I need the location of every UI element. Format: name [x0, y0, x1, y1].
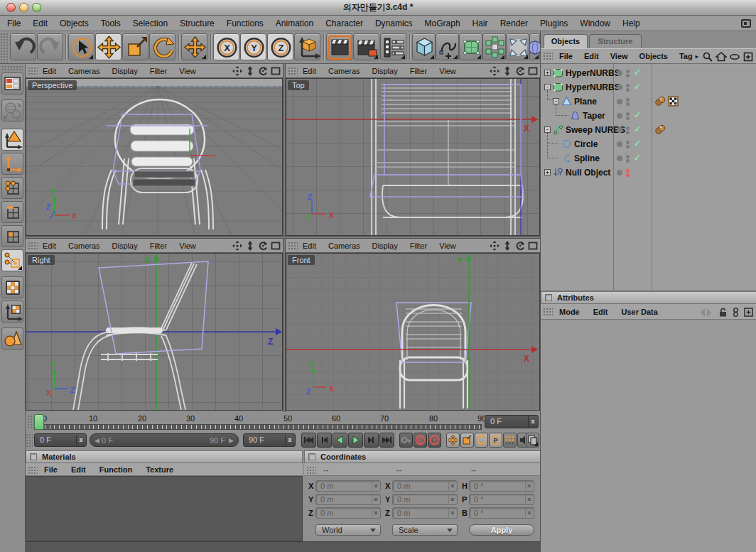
om-menu-edit[interactable]: Edit — [584, 52, 599, 60]
vp-menu-filter[interactable]: Filter — [410, 242, 427, 250]
om-menu-file[interactable]: File — [559, 52, 573, 60]
materials-panel-checkbox[interactable] — [30, 453, 37, 460]
menu-edit[interactable]: Edit — [33, 18, 48, 28]
scale-y-field[interactable]: 0 m — [392, 494, 458, 505]
scale-tool-button[interactable] — [122, 33, 148, 60]
menu-hair[interactable]: Hair — [472, 18, 488, 28]
rotate-view-icon[interactable] — [258, 241, 268, 251]
key-pla-button[interactable] — [503, 433, 517, 448]
stepper-icon[interactable] — [372, 495, 379, 504]
autokey-question-button[interactable]: ? — [428, 433, 441, 448]
pos-y-field[interactable]: 0 m — [315, 494, 381, 505]
sidebar-grip[interactable] — [1, 65, 23, 71]
recent-tool-button[interactable] — [181, 33, 207, 60]
zoom-view-icon[interactable] — [502, 241, 512, 251]
frame-range-slider[interactable]: ◀ 0 F 90 F ▶ — [90, 433, 239, 447]
coordinate-system-button[interactable] — [294, 33, 320, 60]
search-icon[interactable] — [702, 51, 713, 63]
range-right-handle-icon[interactable]: ▶ — [229, 435, 234, 447]
visibility-dots[interactable] — [626, 139, 630, 150]
visibility-dots[interactable] — [626, 82, 630, 93]
vp-menu-display[interactable]: Display — [372, 67, 398, 75]
end-stepper[interactable] — [285, 435, 294, 445]
point-mode-button[interactable] — [1, 177, 23, 199]
expander-toggle[interactable]: - — [544, 84, 551, 90]
pos-z-field[interactable]: 0 m — [315, 507, 381, 519]
zoom-view-icon[interactable] — [502, 66, 512, 76]
viewport-menu-grip[interactable] — [28, 67, 38, 75]
stepper-icon[interactable] — [525, 509, 533, 517]
materials-grip[interactable] — [28, 466, 38, 475]
object-manager-grip[interactable] — [543, 52, 553, 60]
attr-menu-userdata[interactable]: User Data — [622, 308, 658, 316]
object-name[interactable]: Spline — [574, 153, 600, 163]
record-keyframe-button[interactable] — [414, 433, 427, 448]
menu-plugins[interactable]: Plugins — [540, 18, 568, 28]
viewport-menu-grip[interactable] — [288, 242, 298, 250]
end-frame-field[interactable]: 90 F — [243, 433, 296, 447]
toolbar-grip[interactable] — [0, 33, 9, 63]
coordinate-system-dropdown[interactable]: World — [315, 524, 381, 536]
vp-menu-cameras[interactable]: Cameras — [328, 242, 360, 250]
object-row[interactable]: Taper ✓ — [541, 109, 756, 123]
add-primitive-button[interactable] — [412, 33, 436, 60]
snapshot-button[interactable] — [526, 433, 539, 448]
transform-mode-dropdown[interactable]: Scale — [392, 524, 458, 536]
menu-structure[interactable]: Structure — [180, 18, 215, 28]
model-mode-button[interactable] — [1, 129, 23, 151]
coordinates-grip[interactable] — [306, 466, 316, 475]
object-name[interactable]: HyperNURBS — [566, 68, 620, 78]
start-stepper[interactable] — [76, 435, 85, 445]
layer-dot[interactable] — [617, 70, 622, 76]
goto-end-button[interactable] — [379, 433, 394, 448]
viewport-label[interactable]: Front — [288, 255, 315, 265]
tab-objects[interactable]: Objects — [544, 34, 588, 48]
pos-x-field[interactable]: 0 m — [315, 480, 381, 492]
close-window-button[interactable] — [6, 3, 16, 12]
object-name[interactable]: Circle — [574, 139, 598, 149]
attributes-grip[interactable] — [543, 308, 553, 316]
next-frame-button[interactable] — [364, 433, 379, 448]
timeline-playhead[interactable] — [34, 414, 44, 430]
menu-character[interactable]: Character — [325, 18, 363, 28]
range-left-handle-icon[interactable]: ◀ — [94, 435, 99, 447]
vp-menu-view[interactable]: View — [439, 67, 456, 75]
menu-objects[interactable]: Objects — [60, 18, 89, 28]
vp-menu-view[interactable]: View — [439, 242, 456, 250]
start-frame-field[interactable]: 0 F — [34, 433, 87, 447]
menu-tools[interactable]: Tools — [101, 18, 121, 28]
coordinates-panel-checkbox[interactable] — [308, 453, 315, 460]
timeline-ticks[interactable] — [34, 424, 482, 430]
viewport-label[interactable]: Right — [28, 255, 55, 265]
materials-menu-function[interactable]: Function — [99, 465, 132, 474]
tab-structure[interactable]: Structure — [589, 34, 642, 48]
redo-button[interactable] — [37, 33, 63, 60]
texture-tag-icon[interactable] — [668, 96, 679, 107]
enabled-check[interactable]: ✓ — [634, 67, 641, 77]
rotate-view-icon[interactable] — [515, 241, 525, 251]
maximize-view-icon[interactable] — [528, 241, 538, 251]
rotate-view-icon[interactable] — [515, 66, 525, 76]
object-name[interactable]: Plane — [574, 97, 597, 107]
scale-x-field[interactable]: 0 m — [392, 480, 458, 492]
object-row[interactable]: Spline ✓ — [541, 151, 756, 166]
enabled-check[interactable]: ✓ — [634, 124, 641, 134]
transport-grip[interactable] — [26, 433, 33, 448]
layer-dot[interactable] — [617, 127, 622, 133]
key-rotation-button[interactable] — [475, 433, 488, 448]
right-viewport[interactable]: Right Y Z Y X Z — [26, 253, 283, 411]
texture-mode-button[interactable] — [1, 276, 23, 298]
vp-menu-cameras[interactable]: Cameras — [68, 242, 100, 250]
enabled-check[interactable]: ✓ — [634, 153, 641, 163]
frame-stepper[interactable] — [528, 416, 537, 427]
stepper-icon[interactable] — [525, 482, 533, 490]
zoom-view-icon[interactable] — [245, 66, 255, 76]
home-icon[interactable] — [716, 51, 727, 63]
attr-menu-edit[interactable]: Edit — [593, 308, 608, 316]
rot-p-field[interactable]: 0 ° — [469, 494, 534, 505]
layer-dot[interactable] — [617, 113, 622, 119]
add-panel-icon[interactable] — [743, 307, 754, 318]
attributes-panel-checkbox[interactable] — [545, 294, 552, 301]
top-viewport[interactable]: Top X Z Y X — [286, 78, 540, 236]
menu-help[interactable]: Help — [622, 18, 640, 28]
